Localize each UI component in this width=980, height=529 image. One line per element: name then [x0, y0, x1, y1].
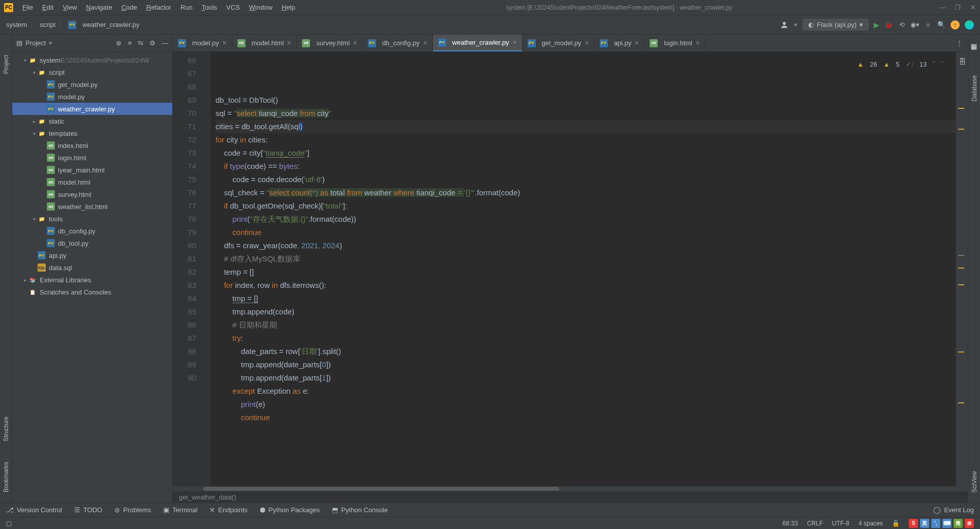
tree-node-weather_crawler-py[interactable]: PYweather_crawler.py	[12, 103, 172, 115]
tab-weather_crawler-py[interactable]: PYweather_crawler.py✕	[433, 35, 523, 51]
tree-chevron[interactable]: ▾	[30, 70, 38, 75]
run-configuration-selector[interactable]: ◐ Flask (api.py) ▾	[803, 19, 869, 31]
collapse-all-icon[interactable]: ⇆	[138, 39, 143, 47]
line-number[interactable]: 71	[175, 120, 196, 133]
bottom-tool-python-packages[interactable]: ⬢Python Packages	[260, 506, 320, 514]
menu-view[interactable]: View	[58, 3, 81, 12]
tree-node-model-html[interactable]: H5model.html	[12, 176, 172, 188]
bottom-tool-endpoints[interactable]: ⤧Endpoints	[209, 506, 248, 514]
code-line[interactable]: print("存在天气数据:{}".format(code))	[216, 213, 956, 226]
line-number[interactable]: 68	[175, 80, 196, 94]
stop-icon[interactable]: ■	[924, 21, 932, 29]
read-only-icon[interactable]: 🔓	[892, 520, 900, 527]
tray-grid-icon[interactable]: ⊞	[965, 519, 974, 528]
tree-node-weather_list-html[interactable]: H5weather_list.html	[12, 200, 172, 213]
code-line[interactable]: print(e)	[216, 398, 956, 411]
settings-icon[interactable]: ⚙	[149, 39, 156, 47]
tab-close-icon[interactable]: ✕	[695, 40, 700, 46]
menu-navigate[interactable]: Navigate	[82, 3, 116, 12]
tree-chevron[interactable]: ▾	[21, 57, 28, 63]
tree-node-index-html[interactable]: H5index.html	[12, 139, 172, 152]
event-log-button[interactable]: ◯Event Log	[933, 506, 974, 514]
profile-icon[interactable]: ◉▾	[911, 21, 919, 29]
line-number[interactable]: 72	[175, 133, 196, 146]
tree-chevron[interactable]: ▾	[30, 216, 38, 222]
database-tool-button[interactable]: Database	[971, 75, 978, 101]
line-number[interactable]: 82	[175, 266, 196, 279]
tree-chevron[interactable]: ▾	[30, 131, 38, 136]
breadcrumb-item[interactable]: script	[40, 21, 55, 28]
search-icon[interactable]: 🔍	[937, 21, 945, 29]
line-number[interactable]: 66	[175, 54, 196, 67]
menu-run[interactable]: Run	[176, 3, 197, 12]
project-tool-button[interactable]: Project	[3, 55, 10, 74]
project-panel-title[interactable]: Project	[25, 39, 46, 47]
breadcrumb-item[interactable]: system	[6, 21, 27, 28]
line-number[interactable]: 89	[175, 358, 196, 371]
tree-node-script[interactable]: ▾📁script	[12, 66, 172, 78]
tree-node-tools[interactable]: ▾📁tools	[12, 213, 172, 225]
tab-close-icon[interactable]: ✕	[287, 40, 291, 46]
tab-close-icon[interactable]: ✕	[585, 40, 589, 46]
tree-node-templates[interactable]: ▾📁templates	[12, 127, 172, 139]
tree-chevron[interactable]: ▸	[21, 277, 28, 283]
line-number[interactable]: 86	[175, 318, 196, 332]
code-line[interactable]: except Exception as e:	[216, 385, 956, 398]
code-line[interactable]: continue	[216, 226, 956, 239]
code-line[interactable]: db_tool = DbTool()	[216, 94, 956, 107]
code-line[interactable]: tmp.append(date_parts[1])	[216, 371, 956, 385]
tray-lang-icon[interactable]: 英	[920, 519, 929, 528]
editor-body[interactable]: 6667686970717273747576777879808182838485…	[173, 52, 968, 486]
tab-close-icon[interactable]: ✕	[512, 39, 517, 46]
run-button[interactable]: ▶	[874, 21, 879, 29]
tab-close-icon[interactable]: ✕	[353, 40, 357, 46]
line-number[interactable]: 77	[175, 199, 196, 213]
line-separator[interactable]: CRLF	[807, 520, 823, 527]
tree-node-model-py[interactable]: PYmodel.py	[12, 91, 172, 103]
tab-close-icon[interactable]: ✕	[634, 40, 639, 46]
menu-edit[interactable]: Edit	[38, 3, 57, 12]
code-line[interactable]: tmp = []	[216, 292, 956, 305]
code-line[interactable]: for index, row in dfs.iterrows():	[216, 279, 956, 292]
line-number[interactable]: 79	[175, 226, 196, 239]
tree-chevron[interactable]: ▸	[30, 119, 38, 124]
tree-node-survey-html[interactable]: H5survey.html	[12, 188, 172, 200]
indent-info[interactable]: 4 spaces	[859, 520, 883, 527]
chevron-down-icon[interactable]: ▾	[794, 21, 798, 28]
tab-db_config-py[interactable]: PYdb_config.py✕	[363, 35, 433, 51]
tab-close-icon[interactable]: ✕	[423, 40, 427, 46]
tree-node-lyear_main-html[interactable]: H5lyear_main.html	[12, 164, 172, 176]
code-line[interactable]: tmp.append(code)	[216, 305, 956, 318]
bottom-tool-todo[interactable]: ☰TODO	[74, 506, 102, 514]
line-number[interactable]: 81	[175, 252, 196, 266]
user-icon[interactable]	[780, 20, 789, 30]
tree-node-db_config-py[interactable]: PYdb_config.py	[12, 225, 172, 237]
tray-kb-icon[interactable]: ⌨	[942, 519, 952, 528]
tray-punct-icon[interactable]: ˈ,	[931, 519, 940, 528]
ide-updates-icon[interactable]: ↑	[951, 20, 960, 30]
line-number[interactable]: 74	[175, 160, 196, 173]
status-tool-icon[interactable]: ▢	[6, 520, 12, 527]
menu-vcs[interactable]: VCS	[222, 3, 244, 12]
line-number[interactable]: 80	[175, 239, 196, 252]
tab-model-html[interactable]: H5model.html✕	[232, 35, 297, 51]
menu-window[interactable]: Window	[245, 3, 277, 12]
tab-close-icon[interactable]: ✕	[222, 40, 227, 46]
breadcrumbs[interactable]: system〉script〉PYweather_crawler.py	[6, 20, 139, 30]
code-line[interactable]: date_parts = row['日期'].split()	[216, 345, 956, 358]
minimize-button[interactable]: —	[939, 5, 945, 11]
menu-code[interactable]: Code	[117, 3, 141, 12]
maximize-button[interactable]: ❐	[955, 5, 961, 11]
code-editor[interactable]: ▲26 ▲5 ✓⁝13 ˆ ˇ db_tool = DbTool()sql = …	[210, 52, 956, 486]
menu-refactor[interactable]: Refactor	[142, 3, 175, 12]
tab-login-html[interactable]: H5login.html✕	[645, 35, 706, 51]
bottom-tool-terminal[interactable]: ▣Terminal	[163, 506, 197, 514]
tree-node-static[interactable]: ▸📁static	[12, 115, 172, 127]
code-line[interactable]: continue	[216, 411, 956, 424]
bottom-tool-python-console[interactable]: ⬒Python Console	[332, 506, 388, 514]
code-line[interactable]: sql = "select tianqi_code from city"	[216, 107, 956, 120]
code-line[interactable]: cities = db_tool.getAll(sql)	[216, 120, 956, 133]
structure-tool-button[interactable]: Structure	[3, 417, 10, 442]
code-line[interactable]: if db_tool.getOne(sql_check)["total"]:	[216, 199, 956, 213]
tab-get_model-py[interactable]: PYget_model.py✕	[523, 35, 595, 51]
